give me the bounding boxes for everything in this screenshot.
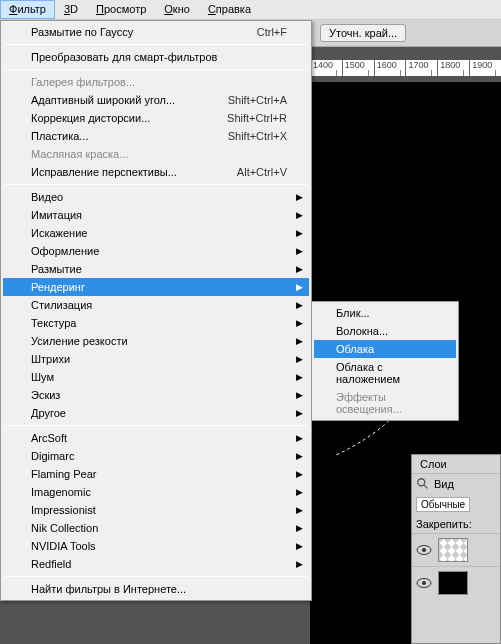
submenu-arrow-icon: ▶ xyxy=(296,354,303,364)
separator xyxy=(5,576,307,577)
ruler-mark: 1800 xyxy=(437,60,469,76)
refine-edge-button[interactable]: Уточн. край... xyxy=(320,24,406,42)
menu-item-sharpen[interactable]: Усиление резкости▶ xyxy=(3,332,309,350)
layer-thumbnail xyxy=(438,538,468,562)
submenu-arrow-icon: ▶ xyxy=(296,264,303,274)
submenu-arrow-icon: ▶ xyxy=(296,390,303,400)
submenu-arrow-icon: ▶ xyxy=(296,559,303,569)
menu-item-noise[interactable]: Шум▶ xyxy=(3,368,309,386)
menu-item-convert-smart[interactable]: Преобразовать для смарт-фильтров xyxy=(3,48,309,66)
submenu-arrow-icon: ▶ xyxy=(296,433,303,443)
menu-filter[interactable]: Фильтр xyxy=(0,0,55,19)
menu-view[interactable]: Просмотр xyxy=(87,0,155,19)
menu-item-other[interactable]: Другое▶ xyxy=(3,404,309,422)
menu-item-lens-correction[interactable]: Коррекция дисторсии...Shift+Ctrl+R xyxy=(3,109,309,127)
menu-item-video[interactable]: Видео▶ xyxy=(3,188,309,206)
menu-item-liquify[interactable]: Пластика...Shift+Ctrl+X xyxy=(3,127,309,145)
shortcut-text: Ctrl+F xyxy=(257,26,287,38)
svg-point-5 xyxy=(422,581,426,585)
submenu-item-fibers[interactable]: Волокна... xyxy=(314,322,456,340)
layer-item[interactable] xyxy=(412,533,500,566)
submenu-arrow-icon: ▶ xyxy=(296,246,303,256)
menubar: Фильтр 3D Просмотр Окно Справка xyxy=(0,0,501,20)
menu-item-vanishing-point[interactable]: Исправление перспективы...Alt+Ctrl+V xyxy=(3,163,309,181)
menu-item-arcsoft[interactable]: ArcSoft▶ xyxy=(3,429,309,447)
search-icon xyxy=(416,477,430,491)
menu-item-redfield[interactable]: Redfield▶ xyxy=(3,555,309,573)
kind-label: Вид xyxy=(434,478,454,490)
menu-item-imagenomic[interactable]: Imagenomic▶ xyxy=(3,483,309,501)
menu-item-blur[interactable]: Размытие▶ xyxy=(3,260,309,278)
menu-item-nik-collection[interactable]: Nik Collection▶ xyxy=(3,519,309,537)
ruler-mark: 1400 xyxy=(310,60,342,76)
menu-item-sketch[interactable]: Эскиз▶ xyxy=(3,386,309,404)
submenu-item-clouds[interactable]: Облака xyxy=(314,340,456,358)
layer-item[interactable] xyxy=(412,566,500,599)
svg-point-3 xyxy=(422,548,426,552)
submenu-arrow-icon: ▶ xyxy=(296,505,303,515)
submenu-arrow-icon: ▶ xyxy=(296,469,303,479)
menu-item-pixelate[interactable]: Оформление▶ xyxy=(3,242,309,260)
menu-item-adaptive-wide[interactable]: Адаптивный широкий угол...Shift+Ctrl+A xyxy=(3,91,309,109)
visibility-eye-icon[interactable] xyxy=(416,544,432,556)
submenu-arrow-icon: ▶ xyxy=(296,192,303,202)
layers-panel[interactable]: Слои Вид Обычные Закрепить: xyxy=(411,454,501,644)
menu-item-artistic[interactable]: Имитация▶ xyxy=(3,206,309,224)
layers-tab[interactable]: Слои xyxy=(412,455,500,474)
svg-point-0 xyxy=(418,479,425,486)
submenu-arrow-icon: ▶ xyxy=(296,487,303,497)
menu-3d[interactable]: 3D xyxy=(55,0,87,19)
submenu-arrow-icon: ▶ xyxy=(296,541,303,551)
menu-item-texture[interactable]: Текстура▶ xyxy=(3,314,309,332)
menu-item-stylize[interactable]: Стилизация▶ xyxy=(3,296,309,314)
submenu-arrow-icon: ▶ xyxy=(296,372,303,382)
menu-item-browse-filters[interactable]: Найти фильтры в Интернете... xyxy=(3,580,309,598)
ruler-mark: 1500 xyxy=(342,60,374,76)
ruler-mark: 1700 xyxy=(405,60,437,76)
submenu-arrow-icon: ▶ xyxy=(296,318,303,328)
submenu-arrow-icon: ▶ xyxy=(296,336,303,346)
separator xyxy=(5,44,307,45)
submenu-arrow-icon: ▶ xyxy=(296,282,303,292)
menu-item-gallery[interactable]: Галерея фильтров... xyxy=(3,73,309,91)
menu-item-impressionist[interactable]: Impressionist▶ xyxy=(3,501,309,519)
layer-thumbnail xyxy=(438,571,468,595)
visibility-eye-icon[interactable] xyxy=(416,577,432,589)
submenu-arrow-icon: ▶ xyxy=(296,408,303,418)
menu-window[interactable]: Окно xyxy=(155,0,199,19)
filter-menu: Размытие по Гауссу Ctrl+F Преобразовать … xyxy=(0,20,312,601)
lock-label: Закрепить: xyxy=(416,518,472,530)
menu-item-digimarc[interactable]: Digimarc▶ xyxy=(3,447,309,465)
separator xyxy=(5,425,307,426)
menu-item-oil-paint[interactable]: Масляная краска... xyxy=(3,145,309,163)
submenu-arrow-icon: ▶ xyxy=(296,210,303,220)
submenu-arrow-icon: ▶ xyxy=(296,523,303,533)
menu-item-brush-strokes[interactable]: Штрихи▶ xyxy=(3,350,309,368)
submenu-item-difference-clouds[interactable]: Облака с наложением xyxy=(314,358,456,388)
menu-item-last-filter[interactable]: Размытие по Гауссу Ctrl+F xyxy=(3,23,309,41)
submenu-arrow-icon: ▶ xyxy=(296,228,303,238)
menu-help[interactable]: Справка xyxy=(199,0,260,19)
separator xyxy=(5,184,307,185)
separator xyxy=(5,69,307,70)
menu-item-nvidia-tools[interactable]: NVIDIA Tools▶ xyxy=(3,537,309,555)
blend-mode-select[interactable]: Обычные xyxy=(416,497,470,512)
menu-item-flaming-pear[interactable]: Flaming Pear▶ xyxy=(3,465,309,483)
ruler-mark: 1600 xyxy=(374,60,406,76)
menu-item-distort[interactable]: Искажение▶ xyxy=(3,224,309,242)
horizontal-ruler: 1400 1500 1600 1700 1800 1900 xyxy=(310,60,501,76)
submenu-item-lens-flare[interactable]: Блик... xyxy=(314,304,456,322)
ruler-mark: 1900 xyxy=(469,60,501,76)
submenu-arrow-icon: ▶ xyxy=(296,300,303,310)
menu-item-render[interactable]: Рендеринг▶ xyxy=(3,278,309,296)
submenu-arrow-icon: ▶ xyxy=(296,451,303,461)
submenu-item-lighting-effects[interactable]: Эффекты освещения... xyxy=(314,388,456,418)
render-submenu: Блик... Волокна... Облака Облака с налож… xyxy=(311,301,459,421)
svg-line-1 xyxy=(424,485,428,489)
